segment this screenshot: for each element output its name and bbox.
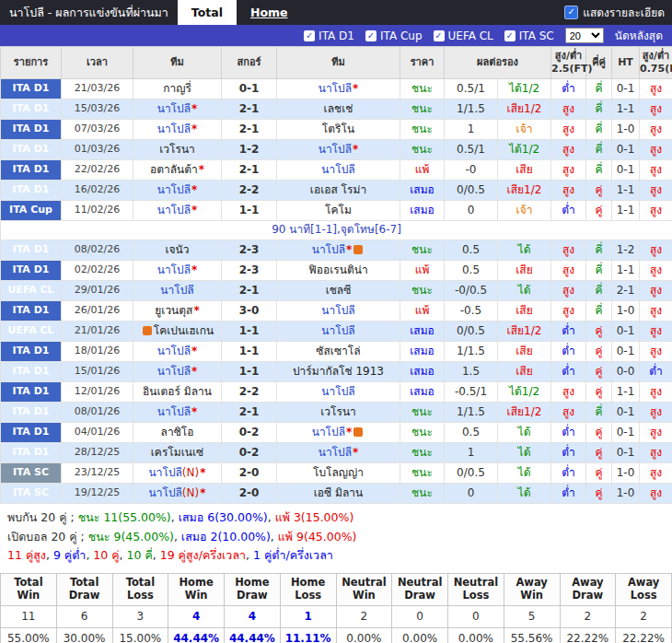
- over-under-ht-cell: สูง: [640, 201, 672, 221]
- stat-count-home-draw: 4: [225, 605, 281, 627]
- away-team-name[interactable]: โบโลญญ่า: [313, 466, 364, 479]
- handicap-line-cell: 0: [445, 201, 498, 221]
- home-team-name[interactable]: เจนัว: [165, 243, 189, 256]
- checkbox-checked-icon[interactable]: ✓: [504, 30, 516, 41]
- home-team: นาโปลี: [133, 281, 222, 301]
- team-badge-icon: [353, 427, 363, 437]
- home-team-name[interactable]: อินเตอร์ มิลาน: [143, 385, 212, 398]
- home-team-name[interactable]: นาโปลี: [157, 204, 191, 216]
- tab-total[interactable]: Total: [178, 0, 237, 25]
- match-count-select[interactable]: 20: [565, 28, 604, 43]
- home-team-name[interactable]: นาโปลี: [157, 183, 191, 196]
- home-team-name[interactable]: อตาลันต้า: [150, 163, 198, 176]
- home-team-name[interactable]: นาโปลี: [149, 466, 182, 479]
- handicap-result-cell: ได้: [498, 484, 551, 504]
- ht-score-cell: 0-1: [612, 403, 640, 423]
- match-row: ITA D104/01/26ลาซิโอ0-2นาโปลี*ชนะ0.5ได้ต…: [1, 423, 672, 443]
- match-date: 16/02/26: [62, 181, 133, 201]
- league-badge: ITA D1: [1, 403, 62, 423]
- match-date: 28/12/25: [62, 443, 133, 463]
- away-team-name[interactable]: เอเอส โรม่า: [310, 183, 366, 196]
- home-team: อตาลันต้า*: [133, 160, 222, 181]
- away-team-name[interactable]: เอซี มิลาน: [314, 486, 363, 499]
- home-team-name[interactable]: ลาซิโอ: [161, 426, 194, 438]
- favorite-star-icon: *: [353, 143, 358, 156]
- header-league: รายการ: [1, 47, 62, 79]
- away-team-name[interactable]: เวโรนา: [320, 405, 356, 418]
- match-row: ITA SC23/12/25นาโปลี(N)*2-0โบโลญญ่าชนะ0/…: [1, 463, 672, 484]
- league-filter-ita-cup[interactable]: ✓ITA Cup: [365, 29, 423, 42]
- tab-home[interactable]: Home: [237, 0, 302, 25]
- away-team-name[interactable]: นาโปลี: [312, 426, 345, 438]
- match-score: 2-2: [222, 382, 277, 403]
- stat-count-home-win: 4: [168, 605, 225, 627]
- league-badge: ITA D1: [1, 99, 62, 120]
- away-team-name[interactable]: นาโปลี: [321, 324, 354, 337]
- match-row: ITA D108/01/26นาโปลี*2-1เวโรนาชนะ1/1.5เส…: [1, 403, 672, 423]
- checkbox-checked-icon[interactable]: ✓: [304, 30, 315, 41]
- away-team-name[interactable]: นาโปลี: [319, 82, 352, 95]
- away-team-name[interactable]: นาโปลี: [321, 163, 354, 176]
- favorite-star-icon: *: [191, 204, 197, 216]
- away-team-name[interactable]: นาโปลี: [321, 385, 354, 398]
- match-date: 21/01/26: [62, 322, 133, 342]
- home-team-name[interactable]: เวโรนา: [159, 143, 195, 156]
- away-team-name[interactable]: นาโปลี: [321, 304, 354, 317]
- summary-stat: 9 คู่ต่ำ: [53, 548, 86, 562]
- stat-header-home-draw: Home Draw: [225, 573, 281, 605]
- home-team-name[interactable]: นาโปลี: [157, 405, 191, 418]
- checkbox-checked-icon[interactable]: ✓: [434, 30, 445, 41]
- stat-count-away-loss: 2: [616, 605, 672, 627]
- handicap-result-cell: เจ้า: [498, 201, 551, 221]
- home-team-name[interactable]: นาโปลี: [157, 123, 191, 135]
- away-team-name[interactable]: นาโปลี: [319, 446, 352, 459]
- away-team-name[interactable]: นาโปลี: [312, 243, 345, 256]
- ht-score-cell: 0-1: [612, 423, 640, 443]
- away-team-name[interactable]: เลชเช่: [324, 102, 353, 115]
- away-team-name[interactable]: เชลซี: [326, 284, 352, 297]
- separator: ,: [271, 530, 278, 544]
- away-team-name[interactable]: โคโม: [325, 204, 352, 216]
- home-team-name[interactable]: โคเปนเฮเกน: [154, 324, 214, 337]
- ht-score-cell: 0-1: [612, 140, 640, 160]
- away-team-name[interactable]: ปาร์มากัลโช่ 1913: [293, 365, 384, 378]
- stat-header-away-draw: Away Draw: [560, 573, 616, 605]
- home-team-name[interactable]: นาโปลี: [157, 345, 191, 357]
- header-home-team: ทีม: [133, 47, 222, 79]
- checkbox-checked-icon[interactable]: ✓: [564, 6, 578, 19]
- stat-pct-neutral-win: 0.00%: [336, 627, 392, 643]
- match-score: 1-1: [222, 322, 277, 342]
- handicap-result-cell: เสีย: [498, 160, 551, 181]
- away-team-name[interactable]: โตริโน: [322, 123, 354, 135]
- checkbox-checked-icon[interactable]: ✓: [365, 30, 377, 41]
- home-team-name[interactable]: เครโมเนเซ่: [151, 446, 203, 459]
- away-team-name[interactable]: ฟิออเรนติน่า: [308, 263, 367, 276]
- away-team: นาโปลี*: [277, 240, 400, 261]
- odd-even-cell: คี่: [586, 99, 612, 120]
- show-details-toggle[interactable]: ✓ แสดงรายละเอียด: [557, 0, 672, 25]
- league-filter-ita-d1[interactable]: ✓ITA D1: [304, 29, 354, 42]
- home-team-name[interactable]: นาโปลี: [157, 102, 191, 115]
- home-team-name[interactable]: นาโปลี: [149, 486, 182, 499]
- stat-count-total-win: 11: [1, 605, 57, 627]
- away-team-name[interactable]: นาโปลี: [319, 143, 352, 156]
- home-team-name[interactable]: กาญรี่: [163, 82, 191, 95]
- away-team: เอเอส โรม่า: [277, 181, 400, 201]
- odd-even-cell: คู่: [586, 463, 612, 484]
- match-row: ITA D115/01/26นาโปลี*1-1ปาร์มากัลโช่ 191…: [1, 362, 672, 382]
- league-badge: ITA SC: [1, 463, 62, 484]
- league-filter-ita-sc[interactable]: ✓ITA SC: [504, 29, 554, 42]
- handicap-result-cell: ได้: [498, 281, 551, 301]
- result-cell: เสมอ: [400, 382, 445, 403]
- league-badge: UEFA CL: [1, 322, 62, 342]
- league-filter-uefa-cl[interactable]: ✓UEFA CL: [434, 29, 493, 42]
- handicap-line-cell: 1/1.5: [445, 99, 498, 120]
- ht-score-cell: 0-1: [612, 322, 640, 342]
- favorite-star-icon: *: [346, 243, 352, 256]
- home-team-name[interactable]: นาโปลี: [160, 284, 193, 297]
- home-team-name[interactable]: ยูเวนตุส: [155, 304, 192, 317]
- home-team-name[interactable]: นาโปลี: [157, 263, 191, 276]
- away-team-name[interactable]: ซัสเซาโล่: [316, 345, 360, 357]
- league-badge: ITA D1: [1, 79, 62, 99]
- home-team-name[interactable]: นาโปลี: [157, 365, 191, 378]
